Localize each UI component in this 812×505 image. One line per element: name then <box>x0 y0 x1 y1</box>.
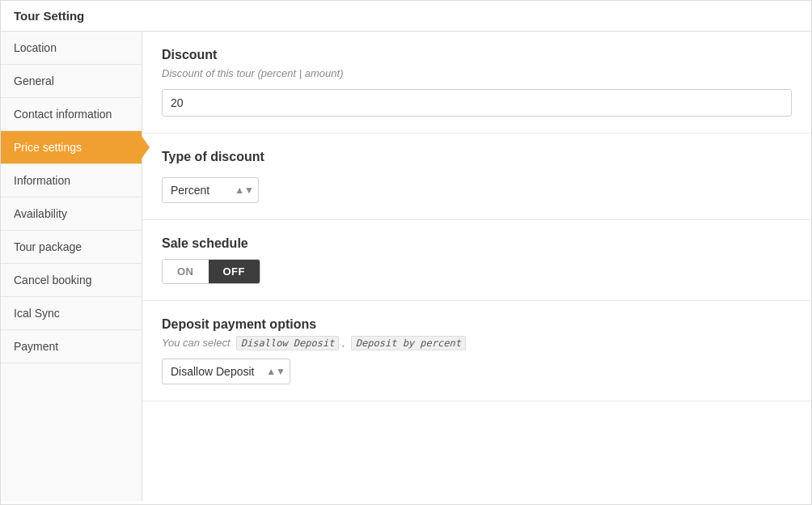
main-content: Discount Discount of this tour (percent … <box>142 32 811 501</box>
sidebar-item-tour-package[interactable]: Tour package <box>1 231 142 264</box>
type-of-discount-section: Type of discount Percent Amount ▲▼ <box>142 134 811 220</box>
sidebar-item-label: Ical Sync <box>14 307 60 320</box>
sidebar-item-label: Location <box>14 41 57 54</box>
discount-type-select[interactable]: Percent Amount <box>162 177 259 203</box>
sidebar-item-contact-information[interactable]: Contact information <box>1 98 142 131</box>
deposit-desc-prefix: You can select <box>162 337 230 349</box>
sidebar-item-label: General <box>14 74 54 87</box>
discount-title: Discount <box>162 48 792 62</box>
sidebar-item-label: Contact information <box>14 108 112 121</box>
layout: Location General Contact information Pri… <box>1 32 811 501</box>
sidebar-item-information[interactable]: Information <box>1 164 142 197</box>
sidebar-item-label: Cancel booking <box>14 274 92 286</box>
deposit-payment-section: Deposit payment options You can select D… <box>142 301 811 401</box>
deposit-option2-code: Deposit by percent <box>351 336 466 350</box>
sidebar-item-label: Price settings <box>14 141 82 154</box>
sale-schedule-toggle: ON OFF <box>162 259 260 284</box>
sidebar-item-label: Availability <box>14 207 67 220</box>
sidebar-item-label: Payment <box>14 340 58 353</box>
sale-schedule-title: Sale schedule <box>162 236 792 251</box>
discount-type-select-wrapper: Percent Amount ▲▼ <box>162 177 259 203</box>
sidebar-item-availability[interactable]: Availability <box>1 197 142 231</box>
deposit-payment-description: You can select Disallow Deposit , Deposi… <box>162 337 792 349</box>
sidebar-item-payment[interactable]: Payment <box>1 330 142 363</box>
sidebar-item-label: Information <box>14 174 70 187</box>
page-title: Tour Setting <box>14 9 798 23</box>
deposit-option1-code: Disallow Deposit <box>236 336 340 350</box>
deposit-type-select-wrapper: Disallow Deposit Deposit by percent ▲▼ <box>162 359 290 384</box>
deposit-payment-title: Deposit payment options <box>162 317 792 332</box>
sidebar-item-cancel-booking[interactable]: Cancel booking <box>1 264 142 297</box>
sale-schedule-section: Sale schedule ON OFF <box>142 220 811 301</box>
sidebar-item-location[interactable]: Location <box>1 32 142 65</box>
sidebar: Location General Contact information Pri… <box>1 32 142 501</box>
page-header: Tour Setting <box>1 1 811 32</box>
type-of-discount-title: Type of discount <box>162 150 792 164</box>
discount-description: Discount of this tour (percent | amount) <box>162 67 792 79</box>
sidebar-item-price-settings[interactable]: Price settings <box>1 131 142 164</box>
sidebar-item-label: Tour package <box>14 240 82 253</box>
sidebar-item-ical-sync[interactable]: Ical Sync <box>1 297 142 330</box>
deposit-type-select[interactable]: Disallow Deposit Deposit by percent <box>162 359 290 384</box>
sidebar-item-general[interactable]: General <box>1 65 142 98</box>
sale-schedule-off-button[interactable]: OFF <box>209 260 260 283</box>
discount-input[interactable] <box>162 89 792 117</box>
page-wrapper: Tour Setting Location General Contact in… <box>0 0 812 505</box>
sale-schedule-on-button[interactable]: ON <box>163 260 209 283</box>
discount-section: Discount Discount of this tour (percent … <box>142 32 811 134</box>
